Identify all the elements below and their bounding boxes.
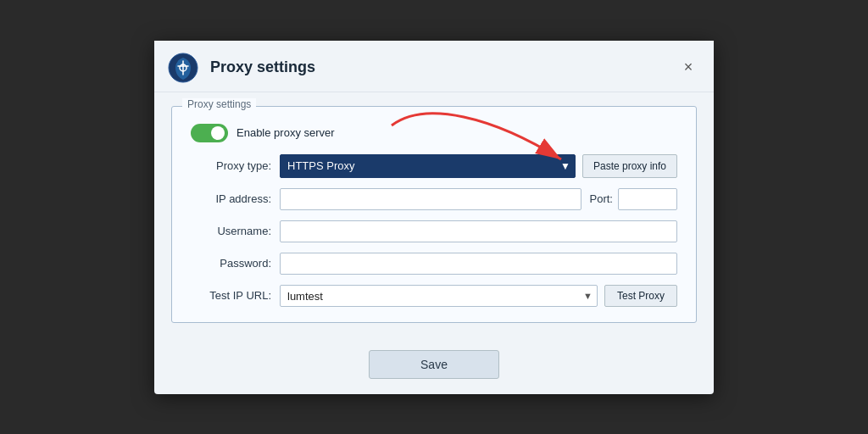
proxy-type-row: Proxy type: HTTPS Proxy HTTP Proxy SOCKS… (191, 154, 677, 178)
toggle-thumb (211, 126, 225, 140)
test-ip-url-row: Test IP URL: lumtest https://api.ipify.o… (191, 285, 677, 307)
proxy-settings-dialog: Proxy settings × Proxy settings Enable p… (154, 41, 714, 394)
dialog-title: Proxy settings (210, 58, 676, 76)
port-input[interactable] (618, 188, 677, 210)
proxy-fieldset: Proxy settings Enable proxy server Proxy… (171, 106, 697, 323)
test-proxy-button[interactable]: Test Proxy (604, 285, 677, 307)
fieldset-legend: Proxy settings (182, 98, 256, 110)
proxy-type-select[interactable]: HTTPS Proxy HTTP Proxy SOCKS4 Proxy SOCK… (280, 154, 576, 178)
ip-address-input[interactable] (280, 188, 581, 210)
username-label: Username: (191, 225, 271, 237)
paste-proxy-info-button[interactable]: Paste proxy info (582, 154, 677, 178)
test-url-select-wrapper: lumtest https://api.ipify.org ▼ (280, 285, 598, 307)
proxy-type-label: Proxy type: (191, 159, 271, 172)
username-input[interactable] (280, 220, 677, 242)
dialog-body: Proxy settings Enable proxy server Proxy… (154, 92, 714, 338)
proxy-type-select-wrapper: HTTPS Proxy HTTP Proxy SOCKS4 Proxy SOCK… (280, 154, 576, 178)
dialog-footer: Save (154, 338, 714, 394)
enable-proxy-row: Enable proxy server (191, 124, 677, 142)
app-logo (168, 53, 198, 83)
enable-proxy-toggle[interactable] (191, 124, 228, 142)
username-row: Username: (191, 220, 677, 242)
test-ip-url-label: Test IP URL: (191, 289, 271, 302)
ip-address-row: IP address: Port: (191, 188, 677, 210)
port-label: Port: (590, 192, 613, 205)
password-row: Password: (191, 253, 677, 275)
title-bar: Proxy settings × (154, 41, 714, 92)
close-button[interactable]: × (676, 56, 700, 80)
enable-proxy-label: Enable proxy server (236, 126, 335, 139)
test-url-select[interactable]: lumtest https://api.ipify.org (280, 285, 598, 307)
ip-address-label: IP address: (191, 192, 271, 205)
password-input[interactable] (280, 253, 677, 275)
password-label: Password: (191, 257, 271, 270)
save-button[interactable]: Save (369, 350, 499, 379)
